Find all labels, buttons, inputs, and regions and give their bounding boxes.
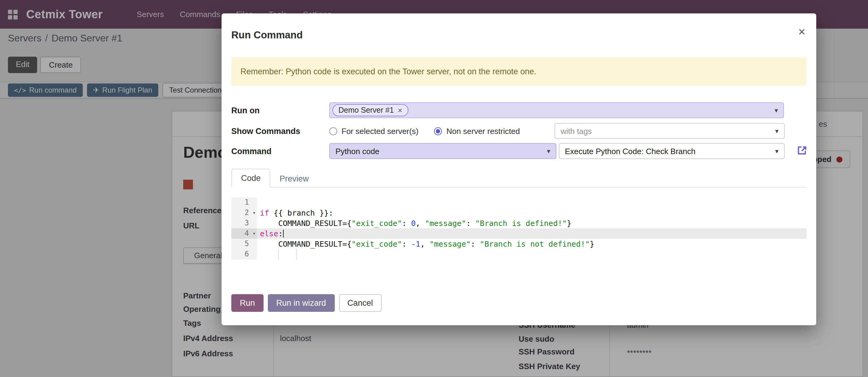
command-label: Command [231, 147, 272, 156]
tab-code[interactable]: Code [231, 169, 271, 187]
run-on-field-chips: Demo Server #1✕ [332, 104, 409, 116]
radio-option-label: Non server restricted [446, 127, 520, 136]
text-cursor [283, 230, 284, 237]
modal-tabs: CodePreview [231, 169, 807, 187]
dialog-title: Run Command [231, 29, 303, 41]
command-type-select[interactable]: Python code ▾ [329, 143, 556, 159]
external-link-icon[interactable] [796, 144, 808, 156]
radio-unchecked-icon[interactable] [329, 127, 337, 135]
server-tag-chip: Demo Server #1✕ [332, 104, 409, 116]
code-token-plain: , [416, 219, 425, 228]
chevron-down-icon: ▾ [775, 127, 778, 135]
command-value: Execute Python Code: Check Branch [565, 147, 695, 156]
cancel-button[interactable]: Cancel [339, 294, 381, 312]
warning-alert: Remember: Python code is executed on the… [231, 57, 807, 86]
radio-checked-icon[interactable] [434, 127, 442, 135]
line-number: 2▾ [231, 208, 257, 218]
run-on-label: Run on [231, 106, 259, 115]
code-editor[interactable]: 12▾if {{ branch }}:3 COMMAND_RESULT={"ex… [231, 197, 807, 259]
code-token-plain: COMMAND_RESULT={ [260, 239, 351, 249]
chevron-down-icon: ▾ [775, 147, 778, 155]
editor-line[interactable]: 5 COMMAND_RESULT={"exit_code": -1, "mess… [231, 239, 807, 249]
code-token-string: "message" [429, 239, 470, 249]
with-tags-select[interactable]: with tags ▾ [555, 123, 785, 139]
code-token-keyword: else [260, 229, 278, 238]
code-token-plain: COMMAND_RESULT={ [260, 219, 351, 228]
fold-arrow-icon[interactable]: ▾ [253, 208, 256, 218]
code-token-string: "message" [425, 219, 466, 228]
code-line-content: COMMAND_RESULT={"exit_code": 0, "message… [257, 218, 807, 228]
editor-line[interactable]: 6 [231, 249, 807, 259]
code-line-content [257, 197, 807, 208]
code-token-plain: : [278, 229, 283, 238]
code-line-content: COMMAND_RESULT={"exit_code": -1, "messag… [257, 239, 807, 249]
editor-line[interactable]: 2▾if {{ branch }}: [231, 208, 807, 218]
editor-line[interactable]: 4▾else: [231, 228, 807, 239]
run-in-wizard-button[interactable]: Run in wizard [268, 294, 335, 312]
command-type-value: Python code [335, 147, 379, 156]
remove-tag-icon[interactable]: ✕ [398, 107, 403, 114]
run-command-dialog: Run Command × Remember: Python code is e… [222, 13, 816, 325]
editor-line[interactable]: 3 COMMAND_RESULT={"exit_code": 0, "messa… [231, 218, 807, 228]
chevron-down-icon: ▾ [775, 107, 778, 115]
code-token-keyword: if [260, 208, 269, 218]
code-token-plain: } [590, 239, 594, 249]
code-token-plain: : [470, 239, 479, 249]
dialog-footer: Run Run in wizard Cancel [231, 294, 381, 312]
code-token-plain: } [567, 219, 571, 228]
code-token-string: "Branch is not defined!" [480, 239, 590, 249]
code-line-content: else: [257, 228, 807, 239]
code-token-number: 0 [411, 219, 416, 228]
screen: Cetmix Tower ServersCommandsFilesToolsSe… [0, 0, 868, 377]
indent-guide [278, 249, 279, 259]
line-number: 1 [231, 197, 257, 208]
code-token-string: "Branch is defined!" [475, 219, 567, 228]
code-line-content [257, 249, 807, 259]
code-token-plain: : [402, 219, 411, 228]
code-token-number: -1 [411, 239, 420, 249]
indent-guide [297, 249, 297, 259]
show-commands-label: Show Commands [231, 127, 300, 136]
line-number: 5 [231, 239, 257, 249]
tab-preview[interactable]: Preview [271, 170, 318, 187]
code-token-plain: : [402, 239, 411, 249]
run-on-field[interactable]: Demo Server #1✕ ▾ [329, 102, 784, 118]
code-token-plain: : [466, 219, 475, 228]
run-button[interactable]: Run [231, 294, 264, 312]
chevron-down-icon: ▾ [547, 147, 550, 155]
line-number: 4▾ [231, 228, 257, 239]
line-number: 3 [231, 218, 257, 228]
code-token-string: "exit_code" [351, 219, 402, 228]
show-commands-options: For selected server(s)Non server restric… [329, 127, 520, 136]
radio-option-1[interactable]: For selected server(s) [329, 127, 418, 136]
fold-arrow-icon[interactable]: ▾ [253, 228, 256, 239]
editor-line[interactable]: 1 [231, 197, 807, 208]
code-token-plain: {{ branch }}: [269, 208, 333, 218]
command-select[interactable]: Execute Python Code: Check Branch ▾ [559, 143, 785, 159]
code-token-string: "exit_code" [351, 239, 402, 249]
close-icon[interactable]: × [798, 26, 805, 38]
line-number: 6 [231, 249, 257, 259]
radio-option-2[interactable]: Non server restricted [434, 127, 520, 136]
code-line-content: if {{ branch }}: [257, 208, 807, 218]
code-token-plain: , [420, 239, 429, 249]
server-tag-label: Demo Server #1 [338, 106, 394, 115]
radio-option-label: For selected server(s) [341, 127, 418, 136]
with-tags-placeholder: with tags [561, 127, 592, 136]
